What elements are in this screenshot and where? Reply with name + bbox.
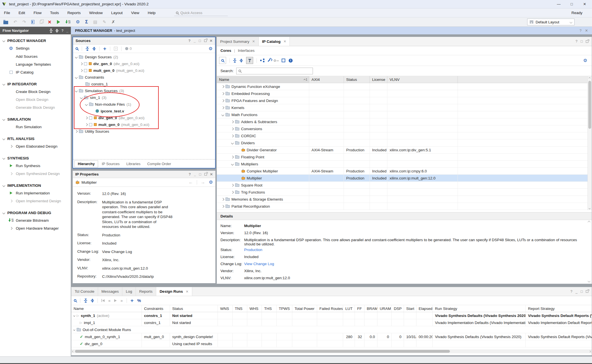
navitem-create-block-design[interactable]: Create Block Design <box>0 88 71 96</box>
expand-all-icon[interactable] <box>56 29 59 33</box>
undo-icon[interactable]: ↶ <box>14 19 17 25</box>
tree-item-constraints[interactable]: Constraints <box>73 74 215 81</box>
catalog-vertical-scrollbar[interactable] <box>587 76 592 210</box>
section-header-synthesis[interactable]: SYNTHESIS <box>0 155 71 162</box>
scroll-left-icon[interactable] <box>72 350 74 352</box>
tab-design-runs[interactable]: Design Runs✕ <box>156 287 192 296</box>
generate-bitstream-icon[interactable]: 0110 <box>65 20 70 24</box>
menu-help[interactable]: Help <box>148 11 156 15</box>
customize-ip-wrench-icon[interactable] <box>268 59 271 62</box>
catalog-row-kernels[interactable]: Kernels <box>217 104 592 111</box>
navitem-open-elaborated-design[interactable]: Open Elaborated Design <box>0 142 71 150</box>
add-repository-chip-icon[interactable] <box>282 59 285 62</box>
tree-item-div-gen-0[interactable]: div_gen_0(div_gen_0.xci) <box>73 60 215 67</box>
maximize-panel-icon[interactable]: □ <box>580 39 583 43</box>
catalog-row-cordic[interactable]: CORDIC <box>217 132 592 139</box>
field-value-changelog-link[interactable]: View Change Log <box>102 249 173 254</box>
navitem-open-hardware-manager[interactable]: Open Hardware Manager <box>0 224 71 232</box>
tab-project-summary[interactable]: Project Summary✕ <box>217 37 259 46</box>
catalog-row-adders[interactable]: Adders & Subtracters <box>217 118 592 125</box>
close-panel-icon[interactable]: ✕ <box>210 172 213 176</box>
menu-file[interactable]: File <box>4 11 10 15</box>
menu-flow[interactable]: Flow <box>34 11 42 15</box>
navitem-generate-bitstream[interactable]: 0110Generate Bitstream <box>0 216 71 224</box>
collapse-all-icon[interactable] <box>86 47 89 51</box>
percentage-icon[interactable]: % <box>137 298 141 303</box>
tab-reports[interactable]: Reports <box>136 287 156 296</box>
close-panel-icon[interactable]: ✕ <box>210 39 213 43</box>
tree-item-simulation-sources[interactable]: Simulation Sources(3) <box>73 87 215 94</box>
catalog-row-square-root[interactable]: Square Root <box>217 182 592 189</box>
catalog-search-input[interactable] <box>236 68 313 74</box>
scroll-down-icon[interactable] <box>589 207 591 209</box>
field-value-status-link[interactable]: Production <box>102 233 173 238</box>
tab-compile-order[interactable]: Compile Order <box>144 161 174 167</box>
navitem-add-sources[interactable]: Add Sources <box>0 52 71 60</box>
layout-selector[interactable]: Default Layout <box>527 19 575 25</box>
help-icon[interactable]: ? <box>189 172 191 176</box>
menu-window[interactable]: Window <box>89 11 103 15</box>
group-by-hierarchy-icon[interactable] <box>260 59 264 62</box>
navitem-language-templates[interactable]: Language Templates <box>0 60 71 68</box>
tree-item-non-module-files[interactable]: Non-module Files(1) <box>73 101 215 108</box>
run-row-div-gen[interactable]: ✓div_gen_0 Using cached IP results <box>71 340 592 347</box>
filter-ip-button[interactable] <box>246 57 253 64</box>
float-panel-icon[interactable] <box>204 173 207 176</box>
maximize-icon[interactable]: □ <box>566 2 577 6</box>
search-button[interactable] <box>219 57 226 64</box>
maximize-panel-icon[interactable]: □ <box>580 290 583 294</box>
run-icon[interactable] <box>57 20 60 24</box>
tree-item-sim-div-gen-0[interactable]: div_gen_0(div_gen_0.xci) <box>73 114 215 121</box>
tab-libraries[interactable]: Libraries <box>123 161 143 167</box>
help-icon[interactable]: ? <box>575 39 577 43</box>
view-cores[interactable]: Cores <box>220 48 231 53</box>
details-status-link[interactable]: Production <box>244 248 592 252</box>
help-icon[interactable]: ? <box>580 28 582 33</box>
tab-hierarchy[interactable]: Hierarchy <box>74 160 98 167</box>
section-header-rtl-analysis[interactable]: RTL ANALYSIS <box>0 135 71 142</box>
redo-icon[interactable]: ↷ <box>23 19 26 25</box>
scrollbar-thumb[interactable] <box>75 350 450 353</box>
search-icon[interactable] <box>76 47 78 50</box>
expand-all-icon[interactable] <box>92 47 96 51</box>
run-row-impl-1[interactable]: ▷impl_1 constrs_1 Not started Vivado Imp… <box>71 319 592 326</box>
section-header-implementation[interactable]: IMPLEMENTATION <box>0 182 71 189</box>
float-panel-icon[interactable] <box>586 40 588 43</box>
close-icon[interactable]: ✕ <box>252 39 255 43</box>
close-icon[interactable]: ✕ <box>579 2 590 6</box>
back-arrow-icon[interactable]: ← <box>189 180 193 185</box>
delete-icon[interactable]: ✕ <box>48 19 51 25</box>
column-name[interactable]: Name1 <box>217 76 309 83</box>
open-project-icon[interactable] <box>3 21 8 24</box>
menu-view[interactable]: View <box>131 11 139 15</box>
tab-ip-sources[interactable]: IP Sources <box>99 161 123 167</box>
column-license[interactable]: License <box>370 76 387 83</box>
catalog-row-multipliers[interactable]: Multipliers <box>217 161 592 168</box>
section-header-program-debug[interactable]: PROGRAM AND DEBUG <box>0 209 71 216</box>
gear-icon[interactable]: ⚙ <box>583 58 587 63</box>
tree-item-utility-sources[interactable]: Utility Sources <box>73 128 215 135</box>
tree-item-design-sources[interactable]: Design Sources(2) <box>73 54 215 60</box>
tab-log[interactable]: Log <box>122 287 136 296</box>
report-document-icon[interactable] <box>31 20 34 24</box>
catalog-row-multiplier-selected[interactable]: MultiplierProductionIncludedxilinx.com:i… <box>217 175 592 182</box>
catalog-row-memories[interactable]: Memories & Storage Elements <box>217 196 592 203</box>
catalog-row-floating-point[interactable]: Floating Point <box>217 154 592 161</box>
minimize-icon[interactable]: — <box>553 2 564 6</box>
catalog-row-divider-generator[interactable]: Divider GeneratorAXI4-StreamProductionIn… <box>217 147 592 154</box>
tree-item-sim-mult-gen-0[interactable]: mult_gen_0(mult_gen_0.xci) <box>73 121 215 128</box>
create-run-icon[interactable]: + <box>131 298 134 304</box>
navitem-ip-catalog[interactable]: IP Catalog <box>0 68 71 76</box>
expand-all-icon[interactable] <box>240 59 243 63</box>
tree-item-mult-gen-0[interactable]: mult_gen_0(mult_gen_0.xci) <box>73 67 215 74</box>
catalog-row-math-functions[interactable]: Math Functions <box>217 111 592 118</box>
catalog-row-embedded[interactable]: Embedded Processing <box>217 90 592 97</box>
help-icon[interactable]: ? <box>61 29 63 33</box>
section-header-ip-integrator[interactable]: IP INTEGRATOR <box>0 81 71 88</box>
ip-info-icon[interactable]: i <box>289 59 293 63</box>
maximize-panel-icon[interactable]: □ <box>199 39 201 43</box>
catalog-row-conversions[interactable]: Conversions <box>217 125 592 132</box>
tree-item-constrs-1[interactable]: constrs_1 <box>73 81 215 87</box>
catalog-row-trig-functions[interactable]: Trig Functions <box>217 189 592 196</box>
run-row-ooc-group[interactable]: Out-of-Context Module Runs <box>71 326 592 333</box>
